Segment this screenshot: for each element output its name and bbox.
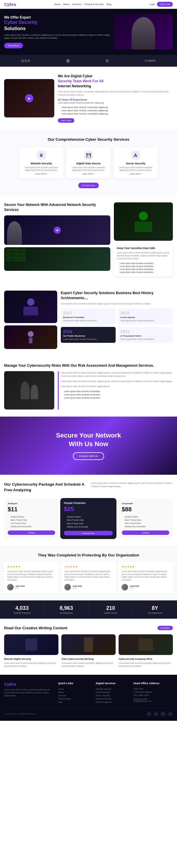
timeline-item-4: 2023 A Thousand Client Lorem ipsum dolor… — [118, 327, 173, 343]
test-text-1: Lorem ipsum dolor sit amet consectetur a… — [7, 570, 55, 582]
purple-line — [58, 371, 59, 409]
hero-cta-button[interactable]: Read More — [4, 43, 23, 49]
service-link-3[interactable]: Learn More > — [117, 173, 155, 175]
price-f2-1: Analysis Report — [64, 515, 113, 518]
footer-service-1[interactable]: Website Security — [96, 687, 129, 690]
footer-grid: Cybra Lorem ipsum dolor sit amet consect… — [4, 682, 173, 703]
service-icon-1: 🖥 — [37, 151, 46, 160]
test-text-3: Lorem ipsum dolor sit amet consectetur a… — [121, 570, 170, 582]
footer-services-title: Digital Services — [96, 682, 129, 685]
price-f3-4: Weekly Scan Accessible — [122, 525, 169, 528]
tl-desc-1: Lorem ipsum dolor sit amet consectetur. — [63, 319, 113, 322]
stars-2: ★★★★★ — [64, 565, 113, 568]
blog-header: Read Our Creative Writing Content All Ar… — [4, 626, 173, 630]
service-title-2: Digital Data Secure — [69, 162, 108, 165]
pricing-cards: Analyzer $11 Analysis Report Basic Produ… — [4, 499, 173, 538]
stars-3: ★★★★★ — [121, 565, 170, 568]
author-role-2: CEO — [72, 587, 82, 589]
service-desc-3: Lorem ipsum dolor sit amet consectetur a… — [117, 166, 155, 172]
cta-contact-button[interactable]: Contact With Us — [73, 452, 104, 460]
about-section: ▶ We Are Digital Cyber Security Team Wor… — [0, 67, 177, 130]
footer-links-list: Home About Services Privacy Policy Blog — [58, 687, 91, 703]
blog-title-3: Cybersecurity Company Work — [119, 657, 173, 660]
price-card-popular: Popular Protection $25 Analysis Report B… — [60, 498, 117, 539]
social-linkedin-icon[interactable]: in — [160, 711, 166, 717]
history-description: Lorem ipsum dolor sit amet consectetur a… — [61, 302, 173, 306]
timeline: 2017 Business Founded Lorem ipsum dolor … — [61, 308, 173, 343]
play-button-2[interactable]: ▶ — [54, 226, 61, 234]
network-left: Secure Your Network With Advanced Networ… — [4, 203, 110, 276]
service-icon-3: 🖧 — [131, 151, 140, 160]
service-title-3: Server Security — [117, 162, 155, 165]
services-section: Our Comprehensive Cyber Security Service… — [0, 130, 177, 195]
footer-link-1[interactable]: Home — [58, 687, 91, 690]
brand-1: GGG — [21, 59, 31, 63]
risk-persons — [21, 381, 38, 399]
risk-text: Lorem ipsum dolor sit amet consectetur a… — [58, 371, 173, 409]
sensitive-box: Keep Your Sensitive Data Safe Lorem ipsu… — [114, 244, 173, 276]
history-images — [4, 290, 57, 349]
price-btn-1[interactable]: Choose — [8, 530, 55, 535]
sensitive-desc: Lorem ipsum dolor sit amet consectetur a… — [117, 251, 170, 260]
stat-num-2: 8,963 — [47, 605, 86, 611]
about-description: Lorem ipsum dolor sit amet, consectetur … — [58, 90, 173, 96]
price-features-1: Analysis Report Basic Product Data One P… — [8, 515, 55, 528]
hero-image — [114, 14, 173, 50]
risk-item-1: Lorem ipsum dolor sit amet consectetur. — [60, 390, 173, 393]
author-role-3: CEO — [130, 587, 139, 589]
footer-service-5[interactable]: Risk Management — [96, 700, 129, 703]
price-f3-2: Basic Product Data — [122, 518, 169, 522]
play-icon: ▶ — [28, 97, 31, 100]
tl-title-2: Lorem Ipsum — [120, 316, 171, 319]
blog-all-button[interactable]: All Articles — [157, 626, 173, 630]
stat-item-3: 210 Global Clients — [89, 600, 133, 619]
play-button[interactable]: ▶ — [25, 94, 33, 102]
nav-about[interactable]: About — [63, 3, 69, 6]
footer-service-2[interactable]: Data Protection — [96, 690, 129, 694]
network-heading: Secure Your Network With Advanced Networ… — [4, 203, 110, 212]
nav-privacy[interactable]: Privacy & Security — [84, 3, 104, 6]
risk-section: Manage Your Cybersecurity Risks With Our… — [0, 356, 177, 416]
nav-services[interactable]: Services — [72, 3, 82, 6]
social-youtube-icon[interactable]: yt — [168, 711, 173, 717]
service-link-2[interactable]: Learn More > — [69, 173, 108, 175]
blog-heading: Read Our Creative Writing Content — [4, 626, 67, 630]
risk-item-2: Lorem ipsum dolor sit amet consectetur. — [60, 393, 173, 396]
footer-service-4[interactable]: Network Security — [96, 697, 129, 700]
nav-home[interactable]: Home — [54, 3, 60, 6]
test-card-1: ★★★★★ Lorem ipsum dolor sit amet consect… — [4, 562, 58, 593]
laptop-body — [135, 222, 152, 232]
service-link-1[interactable]: Learn More > — [22, 173, 60, 175]
price-btn-2[interactable]: Choose Plan — [64, 531, 113, 535]
footer-link-4[interactable]: Privacy Policy — [58, 697, 91, 700]
services-heading: Our Comprehensive Cyber Security Service… — [4, 137, 173, 142]
author-role-1: CEO — [16, 587, 25, 589]
footer-email: email@domain.com — [134, 700, 173, 702]
footer-link-2[interactable]: About — [58, 690, 91, 694]
about-image: ▶ — [4, 79, 54, 117]
price-card-analyzer: Analyzer $11 Analysis Report Basic Produ… — [4, 499, 59, 538]
social-facebook-icon[interactable]: f — [146, 711, 152, 717]
blog-img-3 — [119, 634, 173, 655]
price-btn-3[interactable]: Choose — [122, 530, 169, 535]
network-section: Secure Your Network With Advanced Networ… — [0, 195, 177, 283]
footer-link-5[interactable]: Blog — [58, 700, 91, 703]
about-feature-1: Lorem ipsum dolor sit amet, consectetur … — [58, 105, 173, 109]
stat-label-3: Global Clients — [91, 612, 130, 614]
footer-link-3[interactable]: Services — [58, 694, 91, 697]
price-f2-4: Weekly Scan Accessible — [64, 525, 113, 528]
footer-bottom: © 2024 Cybra. All Rights Reserved. f t i… — [4, 708, 173, 717]
nav-login[interactable]: Login — [150, 3, 155, 6]
history-image-1 — [4, 290, 57, 323]
hero-description: Lorem ipsum dolor sit amet, consectetur … — [4, 34, 111, 40]
about-learn-more-button[interactable]: Learn More — [58, 118, 74, 123]
nav-blog[interactable]: Blog — [107, 3, 111, 6]
footer-service-3[interactable]: Server Security — [96, 694, 129, 697]
all-services-button[interactable]: All Services — [78, 183, 99, 188]
footer-address-title: Head Office Address — [134, 682, 173, 685]
footer-col-links: Quick Links Home About Services Privacy … — [58, 682, 91, 703]
social-twitter-icon[interactable]: t — [153, 711, 159, 717]
service-card-1: 🖥 Website Security Lorem ipsum dolor sit… — [19, 147, 63, 179]
footer-phone: (000) 000-0000 — [134, 698, 173, 700]
nav-cta-button[interactable]: Free Trial — [157, 2, 173, 7]
